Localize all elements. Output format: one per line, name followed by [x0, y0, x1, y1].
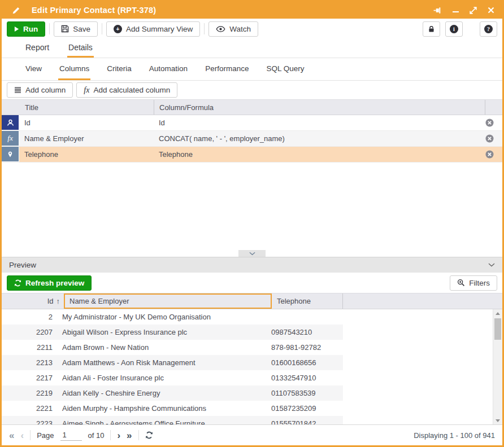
run-button[interactable]: Run: [7, 21, 45, 37]
scroll-down-icon[interactable]: [493, 417, 502, 424]
columns-grid-header: Title Column/Formula: [2, 99, 502, 115]
subtab-view[interactable]: View: [24, 58, 43, 80]
first-page-button[interactable]: «: [9, 431, 14, 440]
scroll-up-icon[interactable]: [493, 309, 502, 317]
scrollbar-thumb[interactable]: [494, 318, 501, 340]
cell-telephone: 01107583539: [266, 389, 343, 397]
previous-page-button[interactable]: ‹: [20, 431, 24, 440]
subtab-bar: View Columns Criteria Automation Perform…: [2, 58, 502, 81]
columns-grid-row[interactable]: fx Name & Employer CONCAT( name, ' - ', …: [2, 131, 502, 147]
magnifier-plus-icon: [457, 279, 465, 287]
info-icon: i: [450, 25, 458, 33]
expand-icon[interactable]: [470, 7, 477, 14]
preview-grid-header: Id ↑ Name & Employer Telephone: [2, 293, 502, 309]
cell-id: 2221: [2, 404, 57, 413]
displaying-status: Displaying 1 - 100 of 941: [414, 431, 495, 440]
cell-name-employer: Adam Matthews - Aon Risk Management: [57, 358, 266, 367]
info-button[interactable]: i: [445, 21, 463, 37]
add-column-button[interactable]: Add column: [7, 82, 73, 98]
delete-column-button[interactable]: [476, 115, 502, 130]
cell-telephone: 01600168656: [266, 358, 343, 367]
minimize-icon[interactable]: [453, 8, 459, 12]
subtab-criteria[interactable]: Criteria: [106, 58, 133, 80]
cell-name-employer: Aidan Kelly - Cheshire Energy: [57, 389, 266, 397]
pager-separator: [110, 430, 111, 440]
delete-column-button[interactable]: [476, 131, 502, 146]
page-number-input[interactable]: [60, 430, 82, 441]
help-icon: ?: [484, 25, 493, 33]
preview-grid-row[interactable]: 2219 Aidan Kelly - Cheshire Energy 01107…: [2, 385, 343, 401]
columns-grid-header-formula: Column/Formula: [154, 100, 485, 115]
preview-grid-row[interactable]: 2211 Adam Brown - New Nation 878-981-927…: [2, 340, 343, 355]
cell-id: 2207: [2, 328, 57, 336]
subtab-sql-query[interactable]: SQL Query: [265, 58, 305, 80]
preview-grid-row[interactable]: 2217 Aidan Ali - Foster Insurance plc 01…: [2, 370, 343, 385]
refresh-preview-button[interactable]: Refresh preview: [7, 275, 92, 291]
pencil-icon: [12, 6, 20, 15]
column-formula-cell: Id: [154, 115, 476, 130]
cell-id: 2219: [2, 389, 57, 397]
add-calculated-column-button[interactable]: fx Add calculated column: [76, 82, 177, 98]
pin-icon[interactable]: [433, 7, 442, 14]
preview-grid-rows: 2 My Administrator - My UK Demo Organisa…: [2, 309, 502, 424]
help-button[interactable]: ?: [480, 21, 497, 37]
preview-grid-row[interactable]: 2 My Administrator - My UK Demo Organisa…: [2, 309, 343, 325]
save-button[interactable]: Save: [54, 21, 98, 37]
pagination-bar: « ‹ Page of 10 › » Displaying 1 - 100 of…: [2, 424, 502, 445]
rows-icon: [14, 87, 21, 93]
lock-icon: [428, 25, 435, 33]
preview-grid-row[interactable]: 2221 Aiden Murphy - Hampshire Communicat…: [2, 401, 343, 416]
column-formula-cell: CONCAT( name, ' - ', employer_name): [154, 131, 476, 146]
panel-collapse-handle[interactable]: [238, 250, 266, 257]
filters-button[interactable]: Filters: [450, 275, 497, 291]
play-icon: [14, 26, 19, 32]
cell-name-employer: Aidan Ali - Foster Insurance plc: [57, 374, 266, 382]
cell-id: 2217: [2, 374, 57, 382]
window-title: Edit Primary Contact (RPT-378): [32, 6, 156, 15]
tab-report[interactable]: Report: [24, 39, 50, 58]
plus-circle-icon: +: [114, 25, 122, 33]
preview-header-name-employer[interactable]: Name & Employer: [64, 293, 272, 309]
tab-details[interactable]: Details: [67, 39, 94, 58]
last-page-button[interactable]: »: [127, 431, 132, 440]
next-page-button[interactable]: ›: [117, 431, 120, 440]
fx-icon: fx: [84, 86, 89, 95]
toolbar-separator: [49, 23, 50, 34]
subtab-columns[interactable]: Columns: [58, 58, 90, 80]
column-title-cell: Telephone: [19, 147, 154, 162]
person-icon: [2, 115, 19, 130]
preview-grid-row[interactable]: 2223 Aimee Singh - Aerosystems Office Fu…: [2, 416, 343, 424]
title-bar: Edit Primary Contact (RPT-378): [2, 2, 502, 19]
add-summary-view-button[interactable]: + Add Summary View: [106, 21, 200, 37]
save-icon: [61, 25, 69, 33]
preview-grid-row[interactable]: 2213 Adam Matthews - Aon Risk Management…: [2, 355, 343, 370]
delete-column-button[interactable]: [476, 147, 502, 162]
cell-name-employer: My Administrator - My UK Demo Organisati…: [57, 313, 266, 321]
cell-telephone: 01332547910: [266, 374, 343, 382]
close-icon[interactable]: [488, 7, 494, 14]
watch-button[interactable]: Watch: [208, 21, 258, 37]
chevron-down-icon[interactable]: [488, 263, 495, 267]
preview-header-id[interactable]: Id ↑: [2, 293, 64, 309]
subtab-automation[interactable]: Automation: [148, 58, 189, 80]
main-toolbar: Run Save + Add Summary View Watch i ?: [2, 19, 502, 39]
vertical-scrollbar[interactable]: [493, 309, 502, 424]
cell-telephone: 01587235209: [266, 404, 343, 413]
column-title-cell: Id: [19, 115, 154, 130]
cell-name-employer: Adam Brown - New Nation: [57, 343, 266, 352]
subtab-performance[interactable]: Performance: [204, 58, 250, 80]
report-editor-window: Edit Primary Contact (RPT-378) Run Save: [0, 0, 504, 447]
lock-button[interactable]: [423, 21, 440, 37]
pin-icon: [2, 147, 19, 162]
preview-section-header[interactable]: Preview: [2, 257, 502, 273]
preview-header-telephone[interactable]: Telephone: [272, 293, 343, 309]
eye-icon: [216, 26, 225, 32]
cell-id: 2223: [2, 419, 57, 424]
cell-telephone: 0987543210: [266, 328, 343, 336]
refresh-page-button[interactable]: [145, 431, 153, 439]
cell-id: 2213: [2, 358, 57, 367]
columns-grid-row[interactable]: Telephone Telephone: [2, 147, 502, 163]
columns-grid-row[interactable]: Id Id: [2, 115, 502, 131]
cell-telephone: 878-981-92782: [266, 343, 343, 352]
preview-grid-row[interactable]: 2207 Abigail Wilson - Express Insurance …: [2, 325, 343, 340]
